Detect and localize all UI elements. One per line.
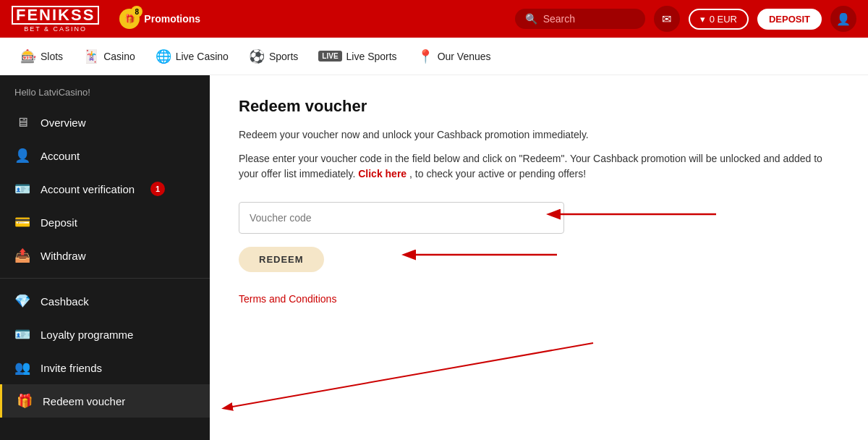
venues-icon: 📍 (417, 48, 433, 64)
live-badge: LIVE (318, 51, 341, 62)
content-desc2-after: , to check your active or pending offers… (409, 168, 586, 179)
mail-icon: ✉ (662, 12, 671, 26)
user-icon: 👤 (836, 12, 851, 26)
account-icon: 👤 (14, 148, 30, 164)
sidebar-withdraw-label: Withdraw (41, 250, 86, 262)
sidebar-item-cashback[interactable]: 💎 Cashback (0, 284, 210, 318)
live-casino-icon: 🌐 (156, 48, 171, 64)
sidebar-overview-label: Overview (41, 117, 86, 129)
terms-link[interactable]: Terms and Conditions (239, 293, 336, 305)
account-verification-badge: 1 (150, 182, 165, 196)
sidebar-item-redeem[interactable]: 🎁 Redeem voucher (0, 384, 210, 418)
content-desc2: Please enter your voucher code in the fi… (239, 151, 839, 182)
logo-name: FENIKSS (12, 6, 99, 25)
balance-button[interactable]: ▾ 0 EUR (689, 9, 749, 30)
casino-icon: 🃏 (83, 48, 99, 64)
mail-button[interactable]: ✉ (654, 6, 680, 32)
overview-icon: 🖥 (14, 115, 30, 130)
nav-live-sports-label: Live Sports (346, 51, 397, 62)
promotions-icon: 🎁 8 (119, 9, 140, 29)
slots-icon: 🎰 (20, 48, 36, 64)
sidebar-item-deposit[interactable]: 💳 Deposit (0, 206, 210, 239)
nav-slots[interactable]: 🎰 Slots (12, 43, 72, 70)
nav-sports[interactable]: ⚽ Sports (240, 43, 307, 70)
logo: FENIKSS BET & CASINO (12, 6, 99, 33)
cashback-icon: 💎 (14, 293, 30, 309)
sidebar-divider (0, 278, 210, 279)
sidebar-redeem-label: Redeem voucher (43, 395, 125, 407)
nav-slots-label: Slots (41, 51, 63, 62)
chevron-down-icon: ▾ (700, 14, 705, 25)
sidebar-item-account[interactable]: 👤 Account (0, 139, 210, 172)
content-desc1: Redeem your voucher now and unlock your … (239, 127, 839, 143)
click-here-link[interactable]: Click here (358, 168, 407, 179)
nav-live-casino-label: Live Casino (176, 51, 229, 62)
sidebar-deposit-label: Deposit (41, 216, 77, 229)
voucher-input[interactable] (239, 202, 564, 234)
promotions-label: Promotions (144, 13, 200, 25)
invite-icon: 👥 (14, 360, 30, 376)
search-icon: 🔍 (525, 13, 537, 25)
loyalty-icon: 🪪 (14, 326, 30, 342)
sidebar-item-overview[interactable]: 🖥 Overview (0, 106, 210, 139)
sidebar-account-verification-label: Account verification (41, 183, 135, 195)
redeem-button[interactable]: REDEEM (239, 247, 324, 272)
nav-our-venues[interactable]: 📍 Our Venues (409, 43, 500, 70)
sidebar-loyalty-label: Loyalty programme (41, 329, 133, 341)
promotions-badge: 8 (131, 6, 142, 17)
account-verification-icon: 🪪 (14, 181, 30, 197)
deposit-button[interactable]: DEPOSIT (757, 9, 822, 30)
promotions-button[interactable]: 🎁 8 Promotions (119, 9, 200, 29)
sidebar-invite-label: Invite friends (41, 362, 102, 374)
search-label: Search (543, 13, 575, 25)
nav-sports-label: Sports (269, 51, 298, 62)
content-area: Redeem voucher Redeem your voucher now a… (210, 75, 868, 440)
nav-live-casino[interactable]: 🌐 Live Casino (147, 43, 237, 70)
sidebar-item-invite[interactable]: 👥 Invite friends (0, 351, 210, 384)
redeem-icon: 🎁 (17, 393, 33, 409)
deposit-icon: 💳 (14, 214, 30, 230)
navbar: 🎰 Slots 🃏 Casino 🌐 Live Casino ⚽ Sports … (0, 38, 868, 75)
balance-amount: 0 EUR (710, 14, 737, 25)
sidebar-item-withdraw[interactable]: 📤 Withdraw (0, 239, 210, 272)
nav-venues-label: Our Venues (438, 51, 491, 62)
sports-icon: ⚽ (249, 48, 265, 64)
nav-casino-label: Casino (103, 51, 135, 62)
sidebar-hello: Hello LatviCasino! (0, 84, 210, 106)
sidebar: Hello LatviCasino! 🖥 Overview 👤 Account … (0, 75, 210, 440)
sidebar-item-loyalty[interactable]: 🪪 Loyalty programme (0, 318, 210, 351)
sidebar-cashback-label: Cashback (41, 295, 89, 308)
page-title: Redeem voucher (239, 97, 839, 116)
nav-live-sports[interactable]: LIVE Live Sports (310, 45, 405, 68)
profile-button[interactable]: 👤 (830, 6, 856, 32)
logo-sub: BET & CASINO (24, 25, 87, 33)
withdraw-icon: 📤 (14, 248, 30, 263)
svg-line-4 (224, 343, 593, 408)
sidebar-account-label: Account (41, 150, 80, 162)
header: FENIKSS BET & CASINO 🎁 8 Promotions 🔍 Se… (0, 0, 868, 38)
search-bar[interactable]: 🔍 Search (515, 9, 645, 29)
main-layout: Hello LatviCasino! 🖥 Overview 👤 Account … (0, 75, 868, 440)
sidebar-item-account-verification[interactable]: 🪪 Account verification 1 (0, 172, 210, 206)
nav-casino[interactable]: 🃏 Casino (75, 43, 144, 70)
